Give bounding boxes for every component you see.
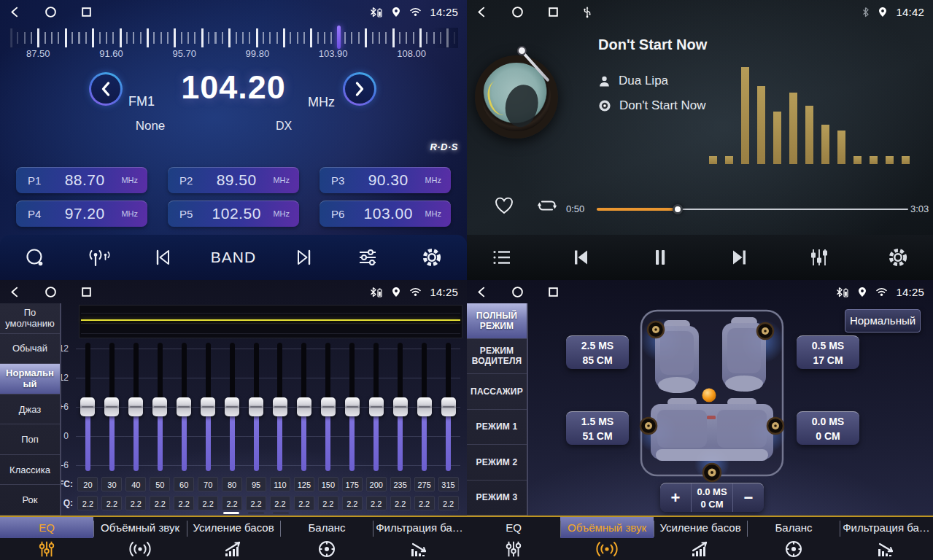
eq-preset-item[interactable]: Джаз bbox=[0, 394, 60, 425]
eq-slider-knob[interactable] bbox=[417, 397, 432, 416]
playlist-icon[interactable] bbox=[486, 248, 518, 267]
band-frequency-value[interactable]: 150 bbox=[318, 477, 338, 491]
home-icon[interactable] bbox=[44, 6, 57, 18]
eq-preset-item[interactable]: Рок bbox=[0, 485, 60, 516]
eq-slider-knob[interactable] bbox=[273, 397, 287, 416]
band-frequency-value[interactable]: 70 bbox=[198, 477, 218, 491]
pause-button[interactable] bbox=[644, 247, 676, 268]
back-icon[interactable] bbox=[9, 286, 21, 298]
delay-minus-button[interactable]: − bbox=[733, 483, 764, 512]
listening-mode-item[interactable]: РЕЖИМ 3 bbox=[467, 481, 527, 516]
tab-bass-boost[interactable]: Усиление басов bbox=[654, 517, 747, 560]
eq-slider-track[interactable] bbox=[85, 343, 90, 471]
eq-slider-track[interactable] bbox=[158, 343, 163, 471]
radio-preset-button[interactable]: P1 88.70 MHz bbox=[16, 167, 147, 193]
tab-eq[interactable]: EQ bbox=[467, 517, 560, 560]
tab-surround[interactable]: Объёмный звук bbox=[560, 517, 654, 560]
home-icon[interactable] bbox=[511, 6, 524, 18]
eq-slider-knob[interactable] bbox=[152, 397, 167, 416]
settings-gear-icon[interactable] bbox=[416, 246, 448, 268]
eq-slider-track[interactable] bbox=[398, 343, 403, 471]
eq-slider-track[interactable] bbox=[206, 343, 211, 471]
eq-preset-item[interactable]: По умолчанию bbox=[0, 303, 60, 334]
back-icon[interactable] bbox=[476, 6, 488, 18]
band-q-value[interactable]: 2.2 bbox=[174, 496, 194, 510]
eq-preset-item[interactable]: Поп bbox=[0, 424, 60, 455]
surround-preset-button[interactable]: Нормальный bbox=[845, 309, 921, 332]
band-frequency-value[interactable]: 235 bbox=[390, 477, 411, 491]
tab-balance[interactable]: Баланс bbox=[747, 517, 840, 560]
home-icon[interactable] bbox=[511, 286, 524, 298]
eq-slider-track[interactable] bbox=[446, 343, 451, 471]
band-button[interactable]: BAND bbox=[211, 249, 256, 266]
equalizer-mixer-icon[interactable] bbox=[802, 247, 835, 268]
next-track-button[interactable] bbox=[724, 247, 756, 268]
back-icon[interactable] bbox=[476, 286, 488, 298]
band-frequency-value[interactable]: 315 bbox=[438, 477, 459, 491]
band-q-value[interactable]: 2.2 bbox=[414, 496, 435, 510]
band-frequency-value[interactable]: 30 bbox=[101, 477, 122, 491]
tune-down-button[interactable] bbox=[89, 72, 123, 106]
radio-preset-button[interactable]: P6 103.00 MHz bbox=[320, 201, 451, 227]
band-q-value[interactable]: 2.2 bbox=[390, 496, 411, 510]
frequency-dial[interactable] bbox=[10, 28, 457, 48]
previous-station-button[interactable] bbox=[147, 247, 179, 268]
band-frequency-value[interactable]: 50 bbox=[150, 477, 170, 491]
previous-track-button[interactable] bbox=[565, 247, 597, 268]
tab-balance[interactable]: Баланс bbox=[280, 517, 373, 560]
eq-slider-track[interactable] bbox=[109, 343, 115, 471]
band-q-value[interactable]: 2.2 bbox=[342, 496, 363, 510]
tab-filter[interactable]: Фильтрация ба… bbox=[373, 517, 466, 560]
eq-slider-knob[interactable] bbox=[80, 397, 95, 416]
delay-front-left-button[interactable]: 2.5 MS 85 CM bbox=[566, 335, 629, 369]
delay-plus-button[interactable]: + bbox=[660, 483, 691, 512]
eq-slider-track[interactable] bbox=[325, 343, 330, 471]
band-q-value[interactable]: 2.2 bbox=[246, 496, 266, 510]
delay-rear-right-button[interactable]: 0.0 MS 0 CM bbox=[797, 411, 859, 445]
tab-filter[interactable]: Фильтрация ба… bbox=[840, 517, 933, 560]
eq-slider-knob[interactable] bbox=[297, 397, 311, 416]
eq-slider-knob[interactable] bbox=[201, 397, 215, 416]
delay-rear-left-button[interactable]: 1.5 MS 51 CM bbox=[566, 411, 629, 445]
eq-slider-track[interactable] bbox=[373, 343, 379, 471]
band-q-value[interactable]: 2.2 bbox=[150, 496, 170, 510]
band-q-value[interactable]: 2.2 bbox=[222, 496, 242, 510]
eq-slider-track[interactable] bbox=[254, 343, 259, 471]
tune-up-button[interactable] bbox=[343, 72, 376, 106]
eq-slider-track[interactable] bbox=[133, 343, 139, 471]
eq-preset-item[interactable]: Обычай bbox=[0, 334, 60, 365]
repeat-icon[interactable] bbox=[534, 195, 560, 216]
eq-slider-track[interactable] bbox=[349, 343, 355, 471]
eq-slider-knob[interactable] bbox=[321, 397, 336, 416]
band-frequency-value[interactable]: 40 bbox=[125, 477, 146, 491]
scan-button[interactable] bbox=[19, 248, 51, 268]
recents-icon[interactable] bbox=[80, 286, 93, 298]
settings-gear-icon[interactable] bbox=[882, 246, 914, 268]
car-cabin-diagram[interactable] bbox=[640, 309, 784, 477]
band-q-value[interactable]: 2.2 bbox=[318, 496, 338, 510]
eq-slider-track[interactable] bbox=[277, 343, 282, 471]
listening-mode-item[interactable]: РЕЖИМ 2 bbox=[467, 445, 527, 481]
home-icon[interactable] bbox=[44, 286, 57, 298]
eq-slider-knob[interactable] bbox=[393, 397, 408, 416]
band-frequency-value[interactable]: 125 bbox=[294, 477, 314, 491]
band-q-value[interactable]: 2.2 bbox=[198, 496, 218, 510]
eq-slider-knob[interactable] bbox=[249, 397, 263, 416]
tab-bass-boost[interactable]: Усиление басов bbox=[187, 517, 280, 560]
radio-preset-button[interactable]: P4 97.20 MHz bbox=[16, 201, 147, 227]
band-frequency-value[interactable]: 80 bbox=[222, 477, 242, 491]
eq-preset-item[interactable]: Классика bbox=[0, 455, 60, 486]
listening-mode-item[interactable]: ПАССАЖИР bbox=[467, 374, 527, 410]
band-frequency-value[interactable]: 20 bbox=[77, 477, 98, 491]
seek-bar[interactable] bbox=[597, 203, 908, 215]
band-q-value[interactable]: 2.2 bbox=[77, 496, 98, 510]
eq-slider-knob[interactable] bbox=[345, 397, 360, 416]
recents-icon[interactable] bbox=[547, 6, 560, 18]
eq-slider-knob[interactable] bbox=[225, 397, 239, 416]
band-frequency-value[interactable]: 95 bbox=[246, 477, 266, 491]
band-frequency-value[interactable]: 175 bbox=[342, 477, 363, 491]
band-frequency-value[interactable]: 275 bbox=[414, 477, 435, 491]
tab-surround[interactable]: Объёмный звук bbox=[93, 517, 187, 560]
recents-icon[interactable] bbox=[80, 6, 93, 18]
radio-preset-button[interactable]: P2 89.50 MHz bbox=[168, 167, 299, 193]
